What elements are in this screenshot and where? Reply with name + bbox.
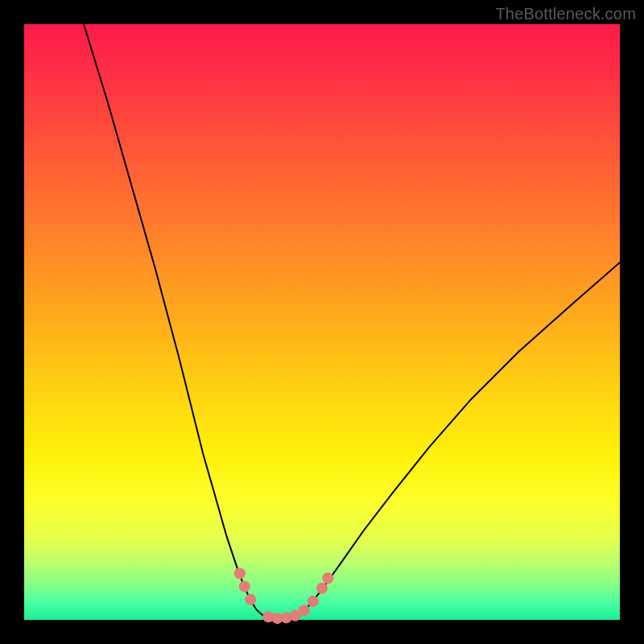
marker-point — [239, 581, 250, 592]
marker-point — [308, 596, 319, 607]
marker-point — [316, 583, 328, 594]
watermark-text: TheBottleneck.com — [495, 5, 636, 23]
marker-point — [322, 572, 333, 584]
curve-right-branch — [298, 262, 620, 615]
chart-canvas: TheBottleneck.com — [0, 0, 644, 644]
marker-point — [245, 594, 256, 605]
marker-point — [299, 605, 310, 616]
marker-point — [234, 568, 246, 579]
curve-layer — [24, 24, 620, 620]
plot-area — [24, 24, 620, 620]
curve-left-branch — [84, 24, 262, 615]
